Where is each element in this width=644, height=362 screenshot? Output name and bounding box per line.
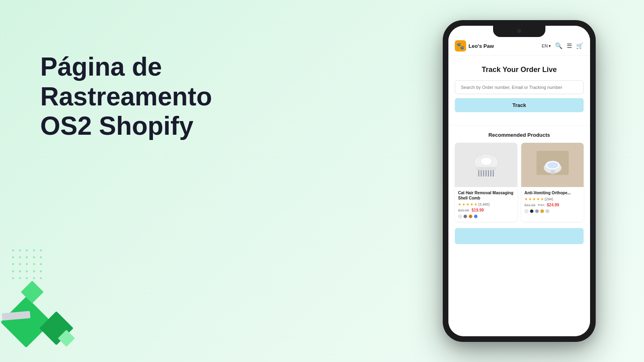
svg-rect-7 (478, 170, 479, 177)
product-card-2[interactable]: Anti-Vomiting Orthope... ★ ★ ★ ★ ★ (294) (521, 143, 584, 222)
swatch[interactable] (530, 209, 534, 213)
svg-rect-10 (485, 170, 487, 177)
svg-point-16 (481, 157, 492, 165)
track-title: Track Your Order Live (455, 66, 584, 74)
heading-line3: OS2 Shopify (40, 111, 194, 140)
product-image-2 (521, 143, 584, 187)
product-stars-1: ★ ★ ★ ★ ★ (3,465) (458, 202, 514, 206)
search-icon[interactable]: 🔍 (555, 42, 563, 49)
swatch[interactable] (540, 209, 544, 213)
phone-mockup: 🐾 Leo's Paw EN ▾ 🔍 ☰ 🛒 Track Your (443, 20, 596, 342)
svg-rect-11 (488, 170, 489, 177)
product-image-1 (455, 143, 517, 187)
price-new-1: $19.99 (472, 208, 484, 212)
phone-camera (517, 29, 521, 33)
svg-rect-9 (483, 170, 484, 177)
color-swatches-1 (458, 214, 514, 218)
svg-point-21 (547, 162, 558, 169)
main-heading: Página de Rastreamento OS2 Shopify (40, 52, 212, 141)
product-name-1: Cat Hair Removal Massaging Shell Comb (458, 190, 514, 201)
star-icon: ★ (458, 202, 461, 206)
review-count-2: (294) (545, 197, 553, 201)
track-button[interactable]: Track (455, 98, 584, 112)
swatch[interactable] (535, 209, 539, 213)
price-from-2: from (538, 203, 545, 207)
header-right: EN ▾ 🔍 ☰ 🛒 (542, 42, 584, 49)
phone-notch (493, 26, 545, 37)
product-pricing-1: $29.98 $19.99 (458, 208, 514, 212)
store-name: Leo's Paw (469, 43, 494, 49)
color-swatches-2 (524, 209, 580, 213)
swatch[interactable] (524, 209, 528, 213)
recommended-section: Recommended Products (448, 132, 590, 244)
product-stars-2: ★ ★ ★ ★ ★ (294) (524, 197, 580, 201)
product-pricing-2: $41.65 from $24.99 (524, 203, 580, 207)
star-icon: ★ (474, 202, 477, 206)
star-icon: ★ (533, 197, 536, 201)
swatch[interactable] (474, 214, 478, 218)
star-icon: ★ (541, 197, 544, 201)
swatch[interactable] (458, 214, 462, 218)
phone-screen: 🐾 Leo's Paw EN ▾ 🔍 ☰ 🛒 Track Your (448, 26, 590, 336)
products-grid: Cat Hair Removal Massaging Shell Comb ★ … (448, 143, 590, 228)
product-card-1[interactable]: Cat Hair Removal Massaging Shell Comb ★ … (455, 143, 517, 222)
phone-frame: 🐾 Leo's Paw EN ▾ 🔍 ☰ 🛒 Track Your (443, 20, 596, 342)
swatch[interactable] (469, 214, 473, 218)
star-icon: ★ (470, 202, 473, 206)
swatch[interactable] (545, 209, 549, 213)
price-new-2: $24.99 (547, 203, 559, 207)
recommended-title: Recommended Products (448, 132, 590, 138)
star-icon: ★ (537, 197, 540, 201)
track-section: Track Your Order Live Track (448, 56, 590, 119)
star-icon: ★ (462, 202, 465, 206)
swatch[interactable] (463, 214, 467, 218)
logo-icon: 🐾 (455, 40, 466, 51)
svg-rect-0 (0, 296, 52, 348)
lang-selector[interactable]: EN ▾ (542, 43, 551, 49)
price-old-1: $29.98 (458, 208, 469, 212)
phone-content: Track Your Order Live Track Recommended … (448, 56, 590, 336)
product-name-2: Anti-Vomiting Orthope... (524, 190, 580, 195)
green-decorative-shapes (0, 236, 93, 362)
menu-icon[interactable]: ☰ (567, 42, 572, 49)
order-search-input[interactable] (455, 80, 584, 94)
svg-rect-20 (551, 170, 555, 174)
star-icon: ★ (528, 197, 532, 201)
svg-rect-12 (490, 170, 491, 177)
section-divider (448, 125, 590, 125)
svg-rect-8 (481, 170, 482, 177)
star-icon: ★ (524, 197, 528, 201)
heading-line1: Página de (40, 52, 162, 81)
svg-rect-6 (476, 167, 496, 170)
cart-icon[interactable]: 🛒 (576, 42, 584, 49)
product-details-1: Cat Hair Removal Massaging Shell Comb ★ … (455, 187, 517, 222)
review-count-1: (3,465) (478, 202, 490, 206)
bottom-cta-bar[interactable] (455, 228, 584, 244)
price-old-2: $41.65 (524, 203, 536, 207)
product-details-2: Anti-Vomiting Orthope... ★ ★ ★ ★ ★ (294) (521, 187, 584, 216)
heading-line2: Rastreamento (40, 82, 212, 111)
svg-rect-13 (493, 170, 494, 177)
store-logo: 🐾 Leo's Paw (455, 40, 494, 51)
lang-arrow-icon: ▾ (549, 43, 551, 49)
lang-label: EN (542, 43, 548, 48)
heading-container: Página de Rastreamento OS2 Shopify (40, 52, 212, 141)
star-icon: ★ (466, 202, 469, 206)
